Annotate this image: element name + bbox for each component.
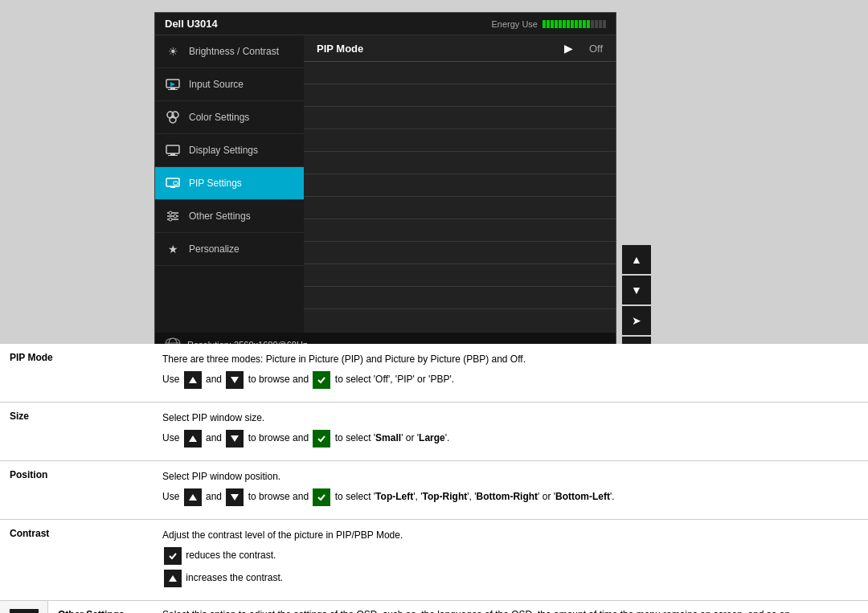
down-btn-contrast[interactable] bbox=[164, 547, 182, 565]
down-btn-pos[interactable] bbox=[226, 488, 244, 506]
svg-point-17 bbox=[174, 215, 177, 218]
energy-bar bbox=[542, 20, 606, 28]
position-description: Select PIP window position. bbox=[162, 469, 858, 484]
down-btn-pip[interactable] bbox=[226, 371, 244, 389]
pip-mode-label: PIP Mode bbox=[317, 43, 556, 55]
pip-mode-instruction: Use and to browse and to select 'Off', '… bbox=[162, 371, 858, 389]
svg-rect-11 bbox=[174, 182, 178, 185]
sidebar-label-input: Input Source bbox=[189, 79, 244, 90]
pip-mode-value: Off bbox=[589, 43, 603, 55]
position-instruction: Use and to browse and to select 'Top-Lef… bbox=[162, 488, 858, 506]
position-doc-row: Position Select PIP window position. Use… bbox=[0, 461, 868, 520]
position-doc-content: Select PIP window position. Use and to b… bbox=[153, 461, 868, 519]
personalize-icon: ★ bbox=[165, 241, 181, 257]
pip-mode-arrow: ▶ bbox=[564, 42, 573, 55]
osd-content: PIP Mode ▶ Off bbox=[304, 35, 616, 333]
color-settings-icon bbox=[165, 109, 181, 125]
sidebar-item-brightness-contrast[interactable]: ☀ Brightness / Contrast bbox=[155, 35, 304, 68]
sidebar-label-color: Color Settings bbox=[189, 112, 249, 123]
display-settings-icon bbox=[165, 142, 181, 158]
svg-rect-9 bbox=[168, 155, 178, 156]
svg-rect-7 bbox=[166, 145, 179, 153]
svg-rect-8 bbox=[170, 153, 175, 155]
other-settings-icon bbox=[165, 208, 181, 224]
size-instruction: Use and to browse and to select 'Small' … bbox=[162, 430, 858, 447]
nav-up-button[interactable]: ▲ bbox=[622, 245, 651, 274]
up-btn-pip[interactable] bbox=[184, 371, 202, 389]
up-btn-size[interactable] bbox=[184, 430, 202, 447]
other-settings-content: Select this option to adjust the setting… bbox=[153, 601, 868, 613]
svg-marker-27 bbox=[231, 494, 239, 501]
osd-empty-rows bbox=[304, 62, 616, 309]
svg-rect-2 bbox=[168, 89, 178, 90]
energy-bar-container: Energy Use bbox=[492, 19, 606, 29]
sidebar-label-pip: PIP Settings bbox=[189, 178, 242, 189]
size-doc-header: Size bbox=[0, 403, 153, 460]
svg-marker-22 bbox=[189, 377, 197, 383]
svg-rect-12 bbox=[170, 186, 175, 188]
osd-sidebar: ☀ Brightness / Contrast Input Source bbox=[155, 35, 304, 333]
svg-marker-25 bbox=[231, 435, 239, 442]
sidebar-label-personalize: Personalize bbox=[189, 243, 240, 255]
contrast-doc-header: Contrast bbox=[0, 520, 153, 600]
sidebar-item-other-settings[interactable]: Other Settings bbox=[155, 200, 304, 233]
other-settings-icon-box bbox=[10, 609, 39, 613]
sidebar-label-display: Display Settings bbox=[189, 145, 258, 156]
input-source-icon bbox=[165, 76, 181, 92]
other-settings-doc-row: Other Settings Select this option to adj… bbox=[0, 601, 868, 613]
sidebar-item-color-settings[interactable]: Color Settings bbox=[155, 101, 304, 134]
svg-marker-23 bbox=[231, 377, 239, 383]
pip-mode-row: PIP Mode ▶ Off bbox=[304, 35, 616, 62]
svg-rect-1 bbox=[170, 88, 175, 89]
doc-area: PIP Mode There are three modes: Picture … bbox=[0, 344, 868, 613]
contrast-doc-content: Adjust the contrast level of the picture… bbox=[153, 520, 868, 600]
position-doc-header: Position bbox=[0, 461, 153, 519]
contrast-reduces: reduces the contrast. bbox=[162, 547, 858, 565]
brightness-icon: ☀ bbox=[165, 43, 181, 59]
svg-marker-24 bbox=[189, 435, 197, 442]
sidebar-item-personalize[interactable]: ★ Personalize bbox=[155, 233, 304, 266]
check-btn-size[interactable] bbox=[313, 430, 330, 447]
check-btn-pip[interactable] bbox=[313, 371, 330, 389]
sidebar-item-pip-settings[interactable]: PIP Settings bbox=[155, 167, 304, 200]
svg-marker-26 bbox=[189, 494, 197, 501]
monitor-osd: Dell U3014 Energy Use bbox=[154, 12, 616, 357]
pip-settings-icon bbox=[165, 175, 181, 191]
contrast-doc-row: Contrast Adjust the contrast level of th… bbox=[0, 520, 868, 601]
svg-point-16 bbox=[169, 211, 172, 215]
pip-mode-description: There are three modes: Picture in Pictur… bbox=[162, 352, 858, 366]
check-btn-pos[interactable] bbox=[313, 488, 330, 506]
sidebar-label-other: Other Settings bbox=[189, 210, 251, 222]
sidebar-label-brightness: Brightness / Contrast bbox=[189, 46, 279, 57]
size-doc-content: Select PIP window size. Use and to brows… bbox=[153, 403, 868, 460]
nav-right-button[interactable]: ➤ bbox=[622, 306, 651, 335]
nav-down-button[interactable]: ▼ bbox=[622, 276, 651, 304]
pip-mode-doc-header: PIP Mode bbox=[0, 344, 153, 402]
size-doc-row: Size Select PIP window size. Use and to … bbox=[0, 403, 868, 461]
up-btn-contrast[interactable] bbox=[164, 570, 182, 587]
svg-marker-28 bbox=[169, 575, 177, 582]
up-btn-pos[interactable] bbox=[184, 488, 202, 506]
sidebar-item-display-settings[interactable]: Display Settings bbox=[155, 134, 304, 167]
svg-point-18 bbox=[169, 218, 172, 221]
pip-mode-doc-row: PIP Mode There are three modes: Picture … bbox=[0, 344, 868, 403]
osd-header: Dell U3014 Energy Use bbox=[155, 13, 616, 35]
down-btn-size[interactable] bbox=[226, 430, 244, 447]
size-description: Select PIP window size. bbox=[162, 411, 858, 425]
pip-mode-doc-content: There are three modes: Picture in Pictur… bbox=[153, 344, 868, 402]
other-settings-label: Other Settings bbox=[48, 601, 153, 613]
other-settings-icon-cell bbox=[0, 601, 48, 613]
osd-body: ☀ Brightness / Contrast Input Source bbox=[155, 35, 616, 333]
contrast-description: Adjust the contrast level of the picture… bbox=[162, 528, 858, 542]
sidebar-item-input-source[interactable]: Input Source bbox=[155, 68, 304, 101]
svg-marker-3 bbox=[170, 82, 175, 87]
monitor-brand: Dell U3014 bbox=[165, 18, 218, 30]
contrast-increases: increases the contrast. bbox=[162, 570, 858, 587]
energy-label: Energy Use bbox=[492, 19, 538, 29]
